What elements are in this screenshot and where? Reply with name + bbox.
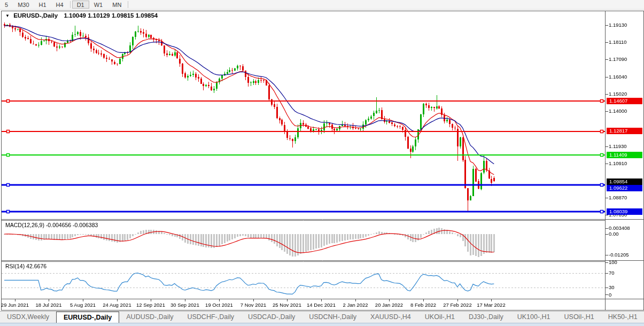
- mt4-window: 5 M30 H1 H4 D1 W1 MN ▼ EURUSD-,Daily 1.1…: [0, 0, 644, 326]
- tab-ukoil-h1[interactable]: UKOil-,H1: [418, 312, 462, 323]
- chart-tab-bar: USDX,Weekly EURUSD-,Daily AUDUSD-,Daily …: [0, 311, 644, 323]
- toolbar-separator: [128, 1, 128, 8]
- date-tick: 17 Mar 2022: [471, 302, 511, 308]
- macd-axis-tick: 0.003408: [609, 225, 630, 231]
- rsi-axis-tick: 100: [609, 259, 617, 265]
- rsi-name: RSI(14): [5, 263, 25, 269]
- rsi-axis-tick: 0: [609, 292, 611, 298]
- price-tick: 1.14000: [609, 108, 627, 114]
- tf-button-h4[interactable]: H4: [51, 1, 68, 9]
- rsi-axis-tick: 30: [609, 284, 615, 290]
- price-tick: 1.17090: [609, 56, 627, 62]
- date-tick: 18 Jul 2021: [29, 302, 68, 308]
- price-tick: 1.11930: [609, 143, 627, 149]
- level-price-chip: 1.11409: [607, 152, 642, 158]
- date-tick: 19 Oct 2021: [199, 302, 239, 308]
- current-price-chip: 1.09854: [607, 178, 642, 185]
- chart-dropdown-icon[interactable]: ▼: [5, 13, 10, 18]
- chart-ohlc-values: 1.10049 1.10129 1.09815 1.09854: [64, 12, 158, 19]
- macd-axis-tick: -0.01205: [609, 252, 629, 258]
- tab-uk100-h1[interactable]: UK100-,H1: [510, 312, 557, 323]
- price-tick: 1.10910: [609, 160, 627, 166]
- date-tick: 5 Aug 2021: [63, 302, 103, 308]
- chart-canvas[interactable]: [0, 0, 644, 311]
- tf-button-mn[interactable]: MN: [107, 1, 126, 9]
- tab-eurusd-daily[interactable]: EURUSD-,Daily: [56, 312, 119, 323]
- date-tick: 12 Sep 2021: [131, 302, 170, 308]
- tab-dj30-daily[interactable]: DJ30-,Daily: [462, 312, 510, 323]
- tab-xauusd-h4[interactable]: XAUUSD-,H4: [363, 312, 418, 323]
- tf-button-w1[interactable]: W1: [89, 1, 108, 9]
- date-tick: 30 Sep 2021: [165, 302, 205, 308]
- tf-button-h1[interactable]: H1: [34, 1, 51, 9]
- date-tick: 25 Nov 2021: [267, 302, 307, 308]
- tf-button-m5[interactable]: 5: [0, 1, 13, 9]
- toolbar-separator: [70, 1, 71, 8]
- tab-usdcnh-daily[interactable]: USDCNH-,Daily: [302, 312, 363, 323]
- macd-values: -0.004656 -0.006383: [46, 222, 98, 228]
- price-tick: 1.08870: [609, 195, 627, 200]
- timeframe-toolbar: 5 M30 H1 H4 D1 W1 MN: [0, 0, 644, 10]
- date-tick: 14 Dec 2021: [301, 302, 341, 308]
- date-tick: 20 Jan 2022: [369, 302, 409, 308]
- chart-title: ▼ EURUSD-,Daily 1.10049 1.10129 1.09815 …: [5, 12, 158, 19]
- tf-button-d1[interactable]: D1: [72, 1, 89, 9]
- rsi-value: 42.6676: [26, 263, 46, 269]
- macd-name: MACD(12,26,9): [5, 222, 44, 228]
- level-price-chip: 1.08039: [607, 208, 642, 215]
- tab-usdchf-daily[interactable]: USDCHF-,Daily: [180, 312, 241, 323]
- tab-usoil-h1[interactable]: USOil-,H1: [557, 312, 601, 323]
- price-tick: 1.18110: [609, 39, 627, 45]
- status-bar: [0, 323, 644, 326]
- macd-axis-tick: 0.00: [609, 231, 619, 237]
- rsi-axis-tick: 70: [609, 270, 615, 276]
- tf-button-m30[interactable]: M30: [13, 1, 34, 9]
- level-price-chip: 1.12817: [607, 128, 642, 134]
- macd-title: MACD(12,26,9) -0.004656 -0.006383: [5, 222, 98, 228]
- tab-hk50-h1[interactable]: HK50-,H1: [601, 312, 644, 323]
- level-price-chip: 1.09622: [607, 185, 642, 191]
- price-tick: 1.16040: [609, 74, 627, 80]
- level-price-chip: 1.14607: [607, 98, 642, 104]
- tab-audusd-daily[interactable]: AUDUSD-,Daily: [119, 312, 180, 323]
- rsi-title: RSI(14) 42.6676: [5, 263, 46, 269]
- price-tick: 1.15020: [609, 91, 627, 97]
- chart-symbol-label: EURUSD-,Daily: [13, 12, 58, 19]
- price-tick: 1.19130: [609, 22, 627, 28]
- tab-usdx-weekly[interactable]: USDX,Weekly: [0, 312, 56, 323]
- tab-usdcad-daily[interactable]: USDCAD-,Daily: [241, 312, 302, 323]
- date-tick: 8 Feb 2022: [404, 302, 443, 308]
